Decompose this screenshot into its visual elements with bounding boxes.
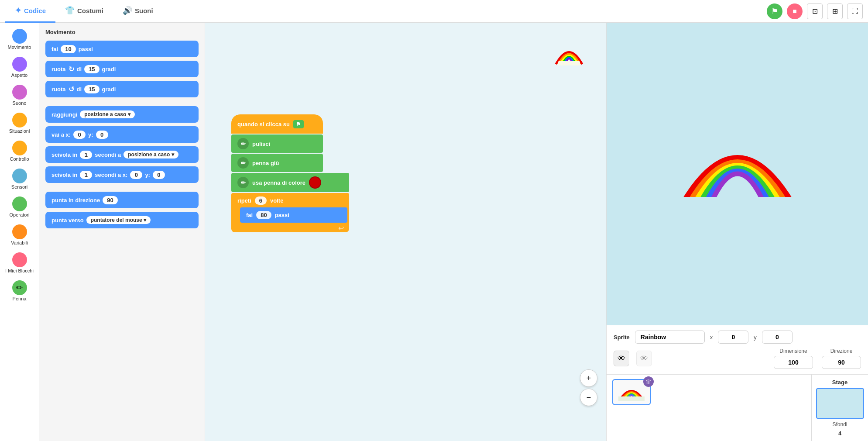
aspetto-dot	[12, 57, 27, 72]
tab-suoni[interactable]: 🔊 Suoni	[113, 0, 163, 23]
direzione-label: Direzione	[830, 348, 853, 354]
block-list: Movimento fai 10 passi ruota ↻ di 15 gra…	[39, 23, 205, 441]
block-raggiungi[interactable]: raggiungi posizione a caso ▾	[45, 106, 199, 123]
stage-area: Sprite x 0 y 0 👁 👁 Dimensione 100 Direzi…	[606, 23, 868, 441]
tab-codice[interactable]: ✦ Codice	[5, 0, 55, 23]
block-ripeti-header[interactable]: ripeti 6 volte	[231, 193, 349, 207]
stage-panel: Stage Sfondi 4	[811, 374, 868, 441]
hat-block[interactable]: quando si clicca su ⚑	[231, 114, 323, 134]
dimensione-label: Dimensione	[779, 348, 807, 354]
category-movimento[interactable]: Movimento	[0, 26, 39, 52]
controllo-label: Controllo	[10, 156, 29, 162]
loop-arrow: ↩	[338, 224, 344, 232]
variabili-label: Variabili	[11, 240, 27, 245]
sprite-info-row: Sprite x 0 y 0	[614, 331, 861, 344]
sprite-x-value[interactable]: 0	[718, 331, 748, 344]
script-block-group: quando si clicca su ⚑ ✏ pulisci ✏ penna …	[231, 114, 323, 232]
category-situazioni[interactable]: Situazioni	[0, 110, 39, 136]
sprite-hidden-button[interactable]: 👁	[636, 351, 652, 366]
dimensione-value[interactable]: 100	[774, 356, 813, 369]
sprite-section-label: Sprite	[614, 334, 630, 341]
block-stack: quando si clicca su ⚑ ✏ pulisci ✏ penna …	[231, 114, 323, 232]
pencil-icon-2: ✏	[237, 157, 249, 169]
suoni-icon: 🔊	[123, 6, 132, 15]
block-ruota-orario[interactable]: ruota ↻ di 15 gradi	[45, 61, 199, 77]
stage-controls: ⚑ ■ ⊡ ⊞ ⛶	[767, 3, 863, 19]
pencil-icon-1: ✏	[237, 138, 249, 149]
block-vai-a[interactable]: vai a x: 0 y: 0	[45, 126, 199, 143]
category-controllo[interactable]: Controllo	[0, 138, 39, 164]
sensori-dot	[12, 169, 27, 183]
penna-dot: ✏	[12, 280, 27, 295]
codice-icon: ✦	[15, 6, 21, 15]
script-area[interactable]: quando si clicca su ⚑ ✏ pulisci ✏ penna …	[205, 23, 606, 441]
block-fai-passi[interactable]: fai 10 passi	[45, 41, 199, 57]
zoom-in-button[interactable]: +	[580, 369, 597, 387]
category-penna[interactable]: ✏ Penna	[0, 278, 39, 304]
stage-canvas[interactable]	[607, 23, 868, 325]
sprite-delete-button[interactable]: 🗑	[643, 376, 654, 387]
movimento-dot	[12, 29, 27, 44]
direzione-item: Direzione 90	[822, 348, 861, 369]
miei-blocchi-dot	[12, 252, 27, 267]
block-ruota-antiorario[interactable]: ruota ↺ di 15 gradi	[45, 81, 199, 97]
block-scivola-xy[interactable]: scivola in 1 secondi a x: 0 y: 0	[45, 166, 199, 183]
sprite-thumbnail-rainbow[interactable]: 🗑	[612, 379, 651, 405]
block-section-title: Movimento	[45, 29, 199, 35]
repeat-body: fai 80 passi	[231, 207, 349, 224]
block-penna-colore[interactable]: ✏ usa penna di colore	[231, 173, 349, 192]
category-operatori[interactable]: Operatori	[0, 194, 39, 220]
category-miei-blocchi[interactable]: I Miei Blocchi	[0, 250, 39, 276]
costumi-icon: 👕	[65, 6, 75, 15]
aspetto-label: Aspetto	[11, 72, 27, 78]
category-sensori[interactable]: Sensori	[0, 166, 39, 192]
y-label: y	[754, 334, 757, 341]
small-stage-button[interactable]: ⊡	[807, 3, 823, 19]
pencil-icon-3: ✏	[237, 177, 249, 188]
block-pulisci[interactable]: ✏ pulisci	[231, 134, 323, 153]
block-punta-direzione[interactable]: punta in direzione 90	[45, 192, 199, 208]
tab-costumi[interactable]: 👕 Costumi	[55, 0, 113, 23]
repeat-cap: ↩	[231, 224, 349, 232]
miei-blocchi-label: I Miei Blocchi	[5, 268, 34, 273]
dimensione-item: Dimensione 100	[774, 348, 813, 369]
stop-button[interactable]: ■	[787, 3, 803, 19]
movimento-label: Movimento	[8, 45, 31, 50]
block-fai-80[interactable]: fai 80 passi	[240, 207, 347, 223]
sprite-y-value[interactable]: 0	[762, 331, 793, 344]
zoom-controls: + −	[580, 369, 597, 406]
main-layout: Movimento Aspetto Suono Situazioni Contr…	[0, 23, 868, 441]
block-punta-verso[interactable]: punta verso puntatore del mouse ▾	[45, 212, 199, 228]
stage-panel-title: Stage	[832, 379, 847, 386]
tab-suoni-label: Suoni	[135, 7, 153, 14]
tab-codice-label: Codice	[24, 7, 46, 14]
block-penna-giu[interactable]: ✏ penna giù	[231, 154, 323, 172]
sprite-name-input[interactable]	[635, 331, 705, 344]
fullscreen-button[interactable]: ⛶	[847, 3, 863, 19]
direzione-value[interactable]: 90	[822, 356, 861, 369]
block-categories: Movimento Aspetto Suono Situazioni Contr…	[0, 23, 39, 441]
penna-label: Penna	[13, 296, 27, 301]
sensori-label: Sensori	[11, 184, 27, 189]
fai-value: 80	[256, 211, 271, 219]
zoom-out-button[interactable]: −	[580, 389, 597, 406]
ripeti-value: 6	[255, 196, 267, 205]
svg-rect-2	[618, 396, 645, 401]
situazioni-dot	[12, 113, 27, 127]
dimension-direction-group: Dimensione 100 Direzione 90	[774, 348, 861, 369]
stage-thumbnail[interactable]	[816, 388, 864, 419]
suono-dot	[12, 85, 27, 100]
sprite-visible-button[interactable]: 👁	[614, 351, 629, 366]
stage-rainbow	[676, 134, 799, 214]
category-variabili[interactable]: Variabili	[0, 222, 39, 248]
category-aspetto[interactable]: Aspetto	[0, 54, 39, 80]
category-suono[interactable]: Suono	[0, 82, 39, 108]
color-dot[interactable]	[309, 176, 321, 189]
normal-stage-button[interactable]: ⊞	[827, 3, 843, 19]
green-flag-button[interactable]: ⚑	[767, 3, 782, 19]
block-scivola-posizione[interactable]: scivola in 1 secondi a posizione a caso …	[45, 146, 199, 163]
sprite-detail-row: 👁 👁 Dimensione 100 Direzione 90	[614, 348, 861, 369]
sprite-panel-row: 🗑 Stage Sfondi 4	[607, 374, 868, 441]
flag-symbol: ⚑	[293, 120, 304, 128]
canvas-mini-rainbow	[554, 45, 584, 68]
